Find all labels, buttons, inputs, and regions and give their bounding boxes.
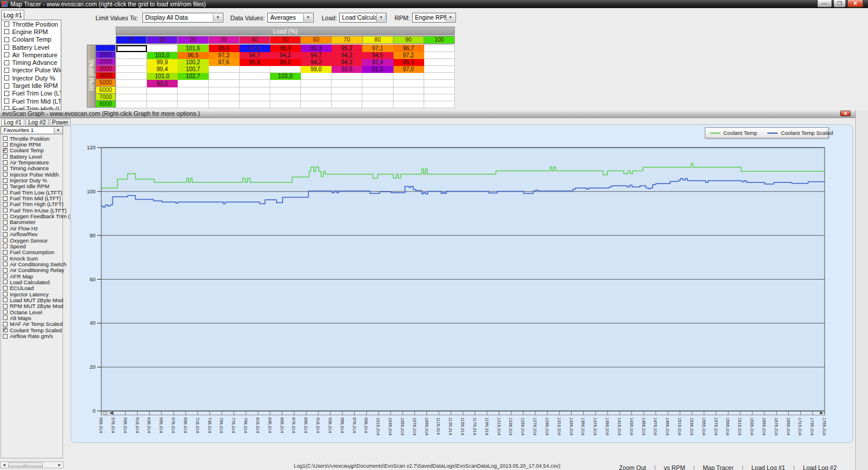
map-cell[interactable] [270, 94, 300, 101]
checkbox-icon[interactable] [3, 244, 8, 248]
map-cell[interactable] [301, 87, 332, 94]
checkbox-icon[interactable] [3, 250, 8, 255]
map-cell[interactable] [116, 45, 147, 52]
map-cell[interactable] [301, 80, 332, 87]
map-cell[interactable]: 95,0 [270, 59, 300, 66]
checkbox-icon[interactable] [4, 75, 9, 80]
map-cell[interactable] [332, 80, 362, 87]
footer-button-map-tracer[interactable]: Map Tracer [695, 464, 742, 470]
data-values-dropdown[interactable]: Averages▼ [267, 13, 314, 23]
map-cell[interactable]: 101,6 [178, 45, 208, 52]
graph-parameter-item[interactable]: Fuel Trim Mid (LTFT) [1, 195, 62, 201]
graph-tab-power[interactable]: Power [50, 119, 71, 126]
graph-parameter-item[interactable]: Target Idle RPM [1, 183, 62, 189]
map-cell[interactable] [424, 45, 454, 52]
graph-parameter-item[interactable]: Load Calculated [1, 279, 62, 285]
map-cell[interactable] [178, 80, 208, 87]
map-parameter-item[interactable]: Target Idle RPM [2, 82, 61, 89]
map-cell[interactable] [332, 101, 362, 108]
graph-tab-log1[interactable]: Log #1 [1, 119, 24, 126]
graph-parameter-item[interactable]: ECULoad [1, 285, 62, 291]
map-cell[interactable]: 91,3 [301, 45, 332, 52]
map-cell[interactable]: 91,5 [362, 66, 393, 73]
checkbox-icon[interactable] [4, 29, 9, 34]
map-cell[interactable] [208, 87, 239, 94]
map-tab-log1[interactable]: Log #1 [1, 10, 24, 20]
map-cell[interactable] [332, 73, 362, 80]
map-cell[interactable]: 102,7 [178, 73, 208, 80]
checkbox-icon[interactable] [4, 83, 9, 89]
checkbox-icon[interactable] [3, 166, 8, 171]
graph-parameter-item[interactable]: Barometer [1, 219, 62, 225]
map-cell[interactable] [362, 94, 393, 101]
graph-parameter-item[interactable]: Coolant Temp Scaled [1, 327, 62, 333]
map-cell[interactable] [270, 101, 300, 108]
map-cell[interactable]: 94,2 [270, 52, 300, 59]
map-cell[interactable] [301, 73, 332, 80]
graph-parameter-item[interactable]: Airflow Rate gm/s [1, 333, 62, 339]
map-cell[interactable] [208, 66, 239, 73]
map-cell[interactable]: 94,2 [332, 52, 362, 59]
graph-parameter-item[interactable]: Battery Level [1, 153, 62, 159]
graph-parameter-item[interactable]: Knock Sum [1, 255, 62, 261]
map-grid[interactable]: 101,695,687,895,091,395,297,196,7103,096… [116, 45, 455, 108]
checkbox-icon[interactable] [3, 208, 8, 212]
map-cell[interactable] [362, 80, 393, 87]
map-cell[interactable] [424, 101, 454, 108]
map-cell[interactable] [424, 94, 454, 101]
map-cell[interactable] [178, 87, 208, 94]
map-cell[interactable] [424, 80, 454, 87]
map-parameter-item[interactable]: Injector Pulse Width [2, 67, 61, 74]
graph-parameter-item[interactable]: Octane Level [1, 309, 62, 315]
graph-parameter-item[interactable]: Speed [1, 243, 62, 249]
map-cell[interactable] [147, 45, 178, 52]
checkbox-icon[interactable] [3, 184, 8, 189]
checkbox-icon[interactable] [3, 136, 8, 141]
map-cell[interactable]: 101,0 [147, 73, 178, 80]
maximize-button[interactable]: ❐ [833, 0, 846, 8]
map-cell[interactable]: 95,4 [239, 59, 270, 66]
checkbox-icon[interactable] [3, 226, 8, 230]
graph-parameter-item[interactable]: Fuel Trim Low (LTFT) [1, 189, 62, 195]
checkbox-icon[interactable] [3, 190, 8, 194]
map-cell[interactable] [270, 87, 300, 94]
chevron-down-icon[interactable]: ▼ [446, 14, 455, 21]
checkbox-icon[interactable] [3, 220, 8, 225]
graph-parameter-item[interactable]: Load MUT 2Byte Mod [1, 297, 62, 303]
map-cell[interactable] [239, 87, 270, 94]
map-cell[interactable] [147, 101, 178, 108]
checkbox-icon[interactable] [3, 280, 8, 284]
graph-parameter-item[interactable]: Engine RPM [1, 141, 62, 147]
map-cell[interactable]: 103,0 [147, 52, 178, 59]
graph-parameter-item[interactable]: Injector Duty % [1, 177, 62, 183]
map-cell[interactable]: 103,0 [270, 73, 300, 80]
checkbox-icon[interactable] [3, 148, 8, 153]
checkbox-icon[interactable] [3, 160, 8, 165]
graph-parameter-item[interactable]: Fuel Trim High (LTFT) [1, 201, 62, 207]
checkbox-icon[interactable] [3, 286, 8, 291]
checkbox-icon[interactable] [3, 304, 8, 309]
map-parameter-item[interactable]: Fuel Trim High (LTFT) [2, 105, 61, 110]
map-cell[interactable] [424, 73, 454, 80]
graph-tab-log2[interactable]: Log #2 [25, 119, 49, 126]
map-parameter-item[interactable]: Fuel Trim Mid (LTFT) [2, 97, 61, 105]
map-parameter-item[interactable]: Coolant Temp [2, 36, 61, 43]
map-cell[interactable]: 96,5 [178, 52, 208, 59]
chevron-down-icon[interactable]: ▼ [213, 14, 222, 21]
map-cell[interactable]: 93,5 [332, 66, 362, 73]
map-cell[interactable] [147, 87, 178, 94]
map-cell[interactable] [393, 94, 424, 101]
axis-scroll-knob-icon[interactable] [104, 411, 107, 414]
map-cell[interactable] [424, 66, 454, 73]
checkbox-icon[interactable] [4, 52, 9, 57]
map-cell[interactable]: 96,7 [393, 45, 424, 52]
graph-parameter-item[interactable]: Fuel Consumption [1, 249, 62, 255]
map-cell[interactable] [116, 94, 147, 101]
map-cell[interactable] [362, 73, 393, 80]
map-cell[interactable] [239, 101, 270, 108]
footer-button-vs-rpm[interactable]: vs RPM [656, 464, 693, 470]
checkbox-icon[interactable] [3, 172, 8, 177]
map-cell[interactable]: 94,7 [239, 52, 270, 59]
map-cell[interactable] [362, 101, 393, 108]
checkbox-icon[interactable] [3, 142, 8, 147]
